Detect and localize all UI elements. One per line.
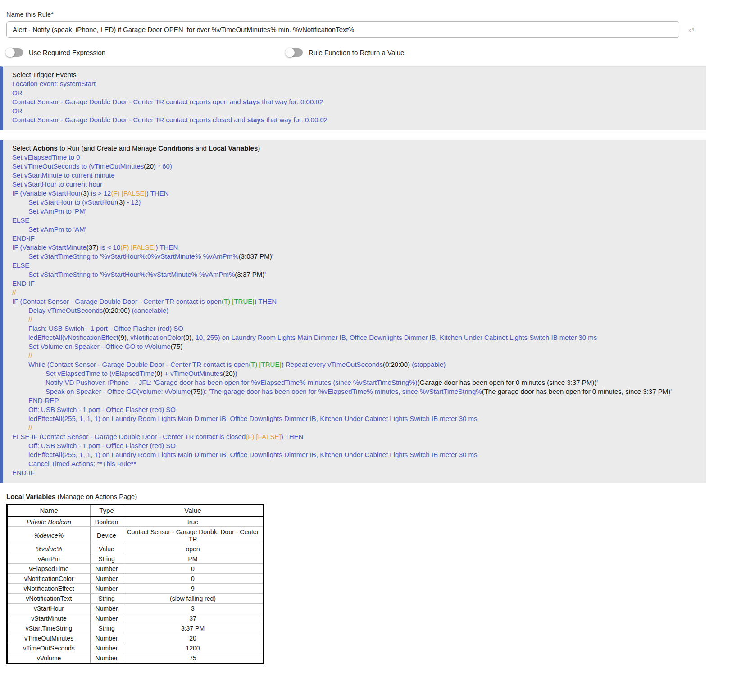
line-segment: OR [12, 107, 23, 114]
table-header-row: Name Type Value [7, 505, 264, 517]
toggle-thumb [285, 48, 295, 57]
action-line[interactable]: Set vStartTimeString to '%vStartHour%:%v… [12, 270, 698, 279]
variable-value: 3:37 PM [123, 623, 264, 633]
line-segment: (20) [144, 162, 156, 170]
action-line[interactable]: ledEffectAll(255, 1, 1, 1) on Laundry Ro… [12, 414, 698, 423]
action-line[interactable]: Set vAmPm to 'PM' [12, 207, 698, 216]
action-line[interactable]: While (Contact Sensor - Garage Double Do… [12, 360, 698, 369]
action-line[interactable]: END-REP [12, 396, 698, 405]
line-segment: (0:20:00) [103, 307, 130, 314]
variable-name: vStartHour [7, 604, 91, 613]
required-expression-toggle[interactable] [6, 48, 23, 57]
action-line[interactable]: Set vStartHour to (vStartHour(3) - 12) [12, 198, 698, 207]
action-line[interactable]: IF (Contact Sensor - Garage Double Door … [12, 297, 698, 306]
variable-type: Value [91, 544, 123, 554]
line-segment: // [28, 424, 32, 431]
variable-name: vAmPm [7, 554, 91, 564]
action-line[interactable]: // [12, 351, 698, 360]
line-segment: Set vAmPm to 'AM' [28, 225, 86, 233]
action-line[interactable]: ledEffectAll(vNotificationEffect(9), vNo… [12, 333, 698, 342]
line-segment: Set vTimeOutSeconds to (vTimeOutMinutes [12, 162, 144, 170]
action-line[interactable]: Speak on Speaker - Office GO(volume: vVo… [12, 387, 698, 396]
actions-box-title: Select Actions to Run (and Create and Ma… [12, 144, 698, 153]
action-line[interactable]: Set vAmPm to 'AM' [12, 225, 698, 234]
action-line[interactable]: Set vStartTimeString to '%vStartHour%:0%… [12, 252, 698, 261]
action-line[interactable]: Set vElapsedTime to (vElapsedTime(0) + v… [12, 369, 698, 378]
line-segment: (3) [117, 198, 125, 206]
action-line[interactable]: IF (Variable vStartHour(3) is > 12(F) [F… [12, 189, 698, 198]
action-line[interactable]: ledEffectAll(255, 1, 1, 1) on Laundry Ro… [12, 450, 698, 459]
action-line[interactable]: // [12, 288, 698, 297]
action-line[interactable]: Cancel Timed Actions: **This Rule** [12, 459, 698, 468]
line-segment: (F) [FALSE] [246, 433, 281, 440]
line-segment: Actions [33, 144, 58, 152]
action-line[interactable]: ELSE [12, 216, 698, 225]
action-line[interactable]: ELSE-IF (Contact Sensor - Garage Double … [12, 432, 698, 441]
action-line[interactable]: Set Volume on Speaker - Office GO to vVo… [12, 342, 698, 351]
local-variable-row: vNotificationEffectNumber9 [7, 584, 264, 594]
line-segment: (F) [FALSE] [120, 243, 155, 251]
line-segment: END-REP [28, 397, 59, 404]
action-line[interactable]: Set vStartHour to current hour [12, 180, 698, 189]
action-line[interactable]: END-IF [12, 468, 698, 477]
variable-name: %device% [7, 527, 91, 544]
action-line[interactable]: Notify VD Pushover, iPhone - JFL: 'Garag… [12, 378, 698, 387]
rule-name-input[interactable] [6, 21, 679, 38]
action-line[interactable]: ELSE [12, 261, 698, 270]
toggle-thumb [5, 48, 15, 57]
rule-machine-page: Name this Rule* ⏎ Use Required Expressio… [0, 0, 755, 664]
trigger-line[interactable]: Contact Sensor - Garage Double Door - Ce… [12, 97, 698, 106]
action-line[interactable]: Off: USB Switch - 1 port - Office Flashe… [12, 441, 698, 450]
line-segment: ) Repeat every vTimeOutSeconds [282, 361, 383, 368]
line-segment: Set vStartMinute to current minute [12, 171, 115, 179]
column-header-type: Type [91, 505, 123, 517]
line-segment: (0:20:00) [383, 361, 410, 368]
local-variable-row: vAmPmStringPM [7, 554, 264, 564]
action-line[interactable]: Set vStartMinute to current minute [12, 171, 698, 180]
line-segment: (9) [118, 334, 127, 341]
variable-value: PM [123, 554, 264, 564]
action-line[interactable]: END-IF [12, 279, 698, 288]
line-segment: Set vAmPm to 'PM' [28, 207, 86, 215]
line-segment: (37) [86, 243, 99, 251]
variable-type: Number [91, 584, 123, 594]
action-line[interactable]: IF (Variable vStartMinute(37) is < 10(F)… [12, 243, 698, 252]
action-line[interactable]: // [12, 423, 698, 432]
rule-function-toggle[interactable] [286, 48, 303, 57]
line-segment: ): 'The garage door has been open for %v… [203, 388, 482, 395]
action-lines: Set vElapsedTime to 0Set vTimeOutSeconds… [12, 153, 698, 477]
action-line[interactable]: END-IF [12, 234, 698, 243]
line-segment: (Garage door has been open for 0 minutes… [417, 379, 596, 386]
line-segment: (F) [FALSE] [111, 189, 146, 197]
line-segment: Select [12, 144, 33, 152]
trigger-line[interactable]: OR [12, 88, 698, 97]
trigger-line[interactable]: Location event: systemStart [12, 79, 698, 88]
line-segment: , 10, 255) on Laundry Room Lights Main D… [191, 334, 597, 341]
line-segment: Set vElapsedTime to 0 [12, 153, 80, 161]
line-segment: ) THEN [146, 189, 169, 197]
line-segment: Set vStartTimeString to '%vStartHour%:0%… [28, 252, 239, 260]
line-segment: (0) [183, 334, 191, 341]
action-line[interactable]: Flash: USB Switch - 1 port - Office Flas… [12, 324, 698, 333]
trigger-line[interactable]: OR [12, 106, 698, 115]
action-line[interactable]: // [12, 315, 698, 324]
action-line[interactable]: Set vElapsedTime to 0 [12, 153, 698, 162]
line-segment: (T) [TRUE] [249, 361, 282, 368]
local-variable-row: Private BooleanBooleantrue [7, 517, 264, 527]
variable-name: vNotificationText [7, 594, 91, 604]
line-segment: ) [235, 370, 237, 377]
line-segment: Conditions [158, 144, 193, 152]
action-line[interactable]: Off: USB Switch - 1 port - Office Flashe… [12, 405, 698, 414]
action-line[interactable]: Delay vTimeOutSeconds(0:20:00) (cancelab… [12, 306, 698, 315]
variable-type: String [91, 623, 123, 633]
variable-type: Number [91, 604, 123, 613]
action-line[interactable]: Set vTimeOutSeconds to (vTimeOutMinutes(… [12, 162, 698, 171]
line-segment: Set Volume on Speaker - Office GO to vVo… [28, 343, 171, 350]
line-segment: IF (Variable vStartHour [12, 189, 81, 197]
variable-name: %value% [7, 544, 91, 554]
line-segment: Set vStartTimeString to '%vStartHour%:%v… [28, 270, 235, 278]
variable-type: Number [91, 613, 123, 623]
line-segment: (The garage door has been open for 0 min… [482, 388, 671, 395]
trigger-line[interactable]: Contact Sensor - Garage Double Door - Ce… [12, 115, 698, 124]
line-segment: // [12, 288, 16, 296]
